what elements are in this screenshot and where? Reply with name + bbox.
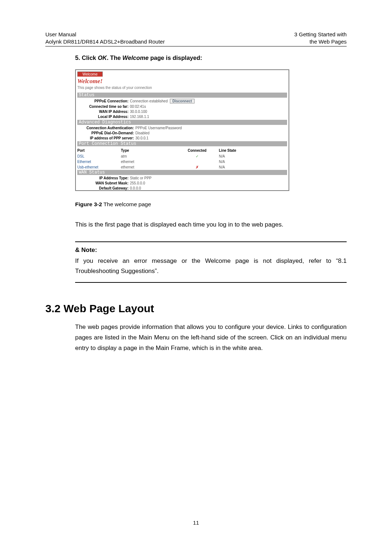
tab-welcome[interactable]: Welcome: [77, 72, 103, 77]
step-text: Click: [82, 54, 98, 61]
table-row: DSL atm ✓ N/A: [77, 154, 287, 159]
port-link[interactable]: Usb-ethernet: [77, 165, 121, 169]
step-text: page is displayed:: [148, 54, 202, 61]
page-number: 11: [0, 520, 392, 526]
dial-on-demand-value: Disabled: [135, 131, 150, 135]
table-row: Ethernet ethernet N/A: [77, 159, 287, 164]
header-right-line1: 3 Getting Started with: [294, 31, 347, 38]
figure-text: The welcome page: [102, 201, 151, 207]
header-left-line2: Aolynk DR811/DR814 ADSL2+Broadband Route…: [45, 38, 165, 45]
conn-auth-label: Connection Authentication:: [77, 126, 135, 130]
default-gateway-label: Default Gateway:: [77, 186, 130, 190]
note-icon: &: [75, 247, 81, 253]
status-section-bar: Status: [77, 93, 287, 98]
disconnect-button[interactable]: Disconnect: [170, 99, 195, 103]
wan-status-section-bar: WAN Status: [77, 170, 287, 175]
dial-on-demand-label: PPPoE Dial-On-Demand:: [77, 131, 135, 135]
connected-time-value: 00:02:41s: [130, 105, 146, 109]
port-connection-table: Port Type Connected Line State DSL atm ✓…: [77, 147, 287, 170]
figure-label: Figure 3-2: [75, 201, 102, 207]
page-header: User Manual Aolynk DR811/DR814 ADSL2+Bro…: [45, 31, 347, 46]
welcome-page-screenshot: Welcome Welcome! This page shows the sta…: [75, 69, 289, 191]
document-page: User Manual Aolynk DR811/DR814 ADSL2+Bro…: [0, 0, 392, 554]
col-port: Port: [77, 148, 121, 152]
section-paragraph: The web pages provide information that a…: [75, 322, 347, 354]
ip-type-label: IP Address Type:: [77, 176, 130, 180]
step-number: 5.: [75, 54, 82, 61]
default-gateway-value: 0.0.0.0: [130, 186, 141, 190]
col-type: Type: [121, 148, 175, 152]
port-status-section-bar: Port Connection Status: [77, 141, 287, 146]
local-ip-value: 192.168.1.1: [130, 115, 149, 119]
conn-auth-value: PPPoE Username/Password: [135, 126, 182, 130]
adv-diag-section-bar: Advanced Diagnostics: [77, 120, 287, 125]
wan-ip-label: WAN IP Address:: [77, 110, 130, 114]
port-link[interactable]: DSL: [77, 154, 121, 158]
note-body: If you receive an error message or the W…: [75, 256, 347, 276]
local-ip-label: Local IP Address:: [77, 115, 130, 119]
welcome-title: Welcome!: [77, 78, 287, 85]
cross-icon: ✗: [175, 165, 219, 169]
body-paragraph: This is the first page that is displayed…: [75, 220, 347, 229]
pppoe-connection-label: PPPoE Connection:: [77, 99, 130, 103]
col-line-state: Line State: [219, 148, 255, 152]
col-connected: Connected: [175, 148, 219, 152]
note-heading: Note:: [81, 247, 97, 253]
check-icon: ✓: [175, 154, 219, 158]
port-link[interactable]: Ethernet: [77, 160, 121, 164]
header-left-line1: User Manual: [45, 31, 165, 38]
connected-time-label: Connected time so far:: [77, 105, 130, 109]
step-ok: OK: [98, 54, 107, 61]
ppp-server-ip-value: 30.0.0.1: [135, 136, 148, 140]
note-block: & Note: If you receive an error message …: [75, 241, 347, 283]
section-heading: 3.2 Web Page Layout: [45, 302, 347, 315]
step-welcome: Welcome: [122, 54, 148, 61]
step-text: . The: [107, 54, 122, 61]
subnet-mask-label: WAN Subnet Mask:: [77, 181, 130, 185]
welcome-subtitle: This page shows the status of your conne…: [77, 86, 287, 90]
pppoe-connection-value: Connection established: [130, 99, 168, 103]
subnet-mask-value: 255.0.0.0: [130, 181, 145, 185]
step-instruction: 5. Click OK. The Welcome page is display…: [75, 54, 347, 61]
table-row: Usb-ethernet ethernet ✗ N/A: [77, 164, 287, 170]
ip-type-value: Static or PPP: [130, 176, 151, 180]
header-right-line2: the Web Pages: [294, 38, 347, 45]
ppp-server-ip-label: IP address of PPP server:: [77, 136, 135, 140]
figure-caption: Figure 3-2 The welcome page: [75, 201, 347, 208]
wan-ip-value: 30.0.0.100: [130, 110, 147, 114]
